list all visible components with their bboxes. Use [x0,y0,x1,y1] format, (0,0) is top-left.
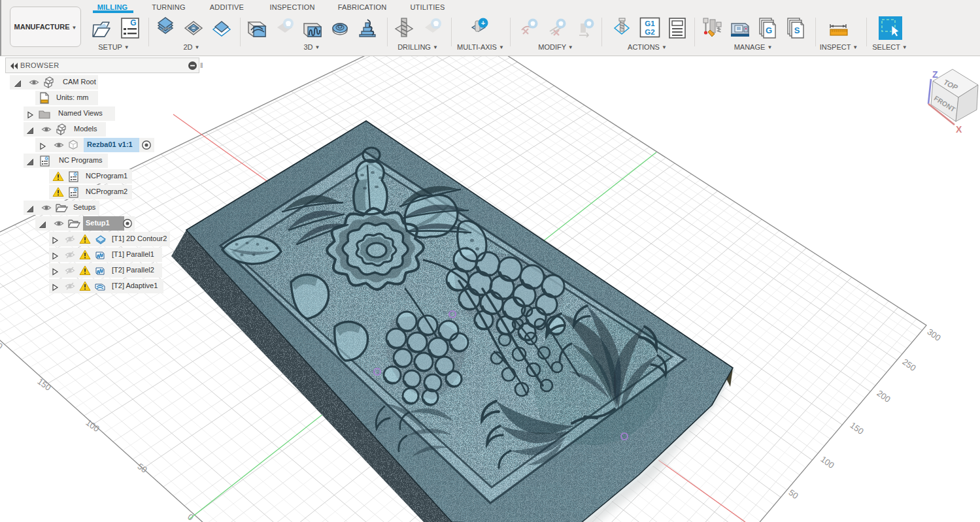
svg-text:G2: G2 [645,28,654,36]
svg-text:100: 100 [84,417,101,434]
svg-text:G: G [766,25,772,35]
svg-text:G: G [44,156,48,161]
svg-text:50: 50 [786,487,800,501]
svg-text:G: G [73,188,76,192]
svg-text:250: 250 [900,357,917,373]
svg-text:100: 100 [819,454,836,470]
svg-text:300: 300 [925,327,942,343]
svg-text:200: 200 [0,335,5,351]
svg-text:G: G [130,18,136,27]
svg-text:G: G [73,172,76,176]
svg-text:Z: Z [932,69,938,80]
svg-text:S: S [794,25,800,35]
svg-text:X: X [956,124,962,135]
svg-text:150: 150 [848,420,865,436]
svg-text:150: 150 [35,376,52,393]
svg-text:200: 200 [875,388,892,404]
svg-text:0: 0 [186,512,195,522]
svg-text:G1: G1 [645,20,655,27]
svg-text:+: + [481,19,485,27]
